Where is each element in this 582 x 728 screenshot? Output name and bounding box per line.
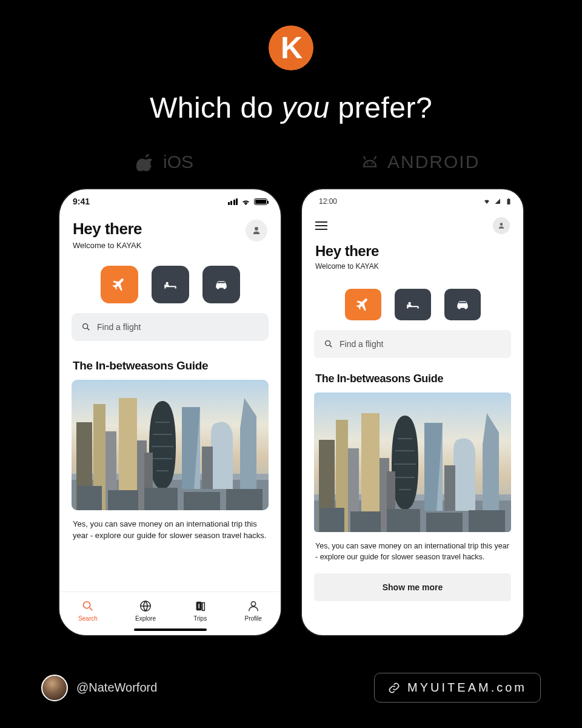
greeting-title: Hey there xyxy=(315,243,510,260)
site-link-text: MYUITEAM.com xyxy=(407,681,527,695)
author-handle[interactable]: @NateWorford xyxy=(41,675,157,701)
site-link[interactable]: MYUITEAM.com xyxy=(374,673,541,703)
car-icon xyxy=(455,297,470,312)
platform-ios-text: iOS xyxy=(163,152,193,172)
category-row xyxy=(302,289,523,320)
apple-icon xyxy=(136,153,155,171)
android-icon xyxy=(361,153,379,171)
category-flights[interactable] xyxy=(101,266,138,303)
svg-point-1 xyxy=(372,163,373,164)
battery-icon xyxy=(254,198,267,205)
svg-rect-21 xyxy=(202,603,205,611)
trips-icon xyxy=(193,599,207,613)
headline-post: prefer? xyxy=(330,92,432,124)
cellular-icon xyxy=(228,198,238,205)
svg-rect-17 xyxy=(226,489,263,510)
guide-hero-image[interactable] xyxy=(72,380,269,510)
android-clock: 12:00 xyxy=(319,197,337,206)
svg-rect-24 xyxy=(508,198,509,199)
menu-button[interactable] xyxy=(315,221,327,230)
tab-search[interactable]: Search xyxy=(78,599,98,622)
android-status-bar: 12:00 xyxy=(302,189,523,214)
bed-icon xyxy=(405,297,421,312)
profile-icon xyxy=(247,599,260,613)
car-icon xyxy=(213,277,229,292)
ios-status-bar: 9:41 xyxy=(59,189,281,214)
phone-android: 12:00 Hey there Welcome to KAYAK xyxy=(302,189,523,635)
svg-rect-36 xyxy=(320,508,344,532)
brand-logo: K xyxy=(269,25,313,70)
profile-avatar-button[interactable] xyxy=(246,220,267,241)
tab-trips-label: Trips xyxy=(193,615,207,622)
footer: @NateWorford MYUITEAM.com xyxy=(0,673,582,703)
svg-rect-12 xyxy=(144,453,153,489)
link-icon xyxy=(388,682,400,694)
android-app-header: Hey there Welcome to KAYAK xyxy=(302,214,523,273)
tab-profile[interactable]: Profile xyxy=(244,599,261,622)
ios-app-header: Hey there Welcome to KAYAK xyxy=(59,214,281,252)
home-indicator[interactable] xyxy=(134,629,207,631)
profile-avatar-button[interactable] xyxy=(493,217,510,234)
search-icon xyxy=(324,339,333,349)
svg-rect-15 xyxy=(144,488,178,510)
svg-point-25 xyxy=(326,341,330,346)
ios-tabbar: Search Explore Trips Profile xyxy=(59,592,281,635)
search-input[interactable]: Find a flight xyxy=(314,330,511,358)
svg-point-18 xyxy=(84,602,90,608)
user-icon xyxy=(497,221,506,230)
wifi-icon xyxy=(241,198,250,205)
svg-rect-39 xyxy=(426,513,463,532)
tab-profile-label: Profile xyxy=(244,615,261,622)
tab-explore[interactable]: Explore xyxy=(135,599,156,622)
ios-status-right xyxy=(228,198,268,205)
category-stays[interactable] xyxy=(152,266,189,303)
svg-rect-23 xyxy=(507,199,510,204)
platform-label-ios: iOS xyxy=(136,152,193,172)
svg-rect-40 xyxy=(469,510,505,532)
svg-rect-11 xyxy=(202,447,213,489)
ios-clock: 9:41 xyxy=(73,197,90,206)
category-cars[interactable] xyxy=(444,289,481,320)
guide-blurb: Yes, you can save money on an internatio… xyxy=(73,519,267,542)
bed-icon xyxy=(162,277,178,292)
search-icon xyxy=(81,322,91,332)
tab-trips[interactable]: Trips xyxy=(193,599,207,622)
user-icon xyxy=(251,225,262,236)
tab-explore-label: Explore xyxy=(135,615,156,622)
category-stays[interactable] xyxy=(395,289,431,320)
search-placeholder: Find a flight xyxy=(340,339,383,349)
author-avatar xyxy=(41,675,68,701)
show-more-button[interactable]: Show me more xyxy=(314,573,511,601)
battery-icon xyxy=(505,198,512,205)
guide-blurb: Yes, you can save money on an internatio… xyxy=(315,541,510,562)
guide-hero-image[interactable] xyxy=(314,393,511,532)
city-skyline-illustration xyxy=(72,380,269,510)
phone-ios: 9:41 Hey there Welcome to KAYAK xyxy=(59,189,281,635)
android-status-right xyxy=(483,198,512,205)
plane-icon xyxy=(112,277,127,292)
category-flights[interactable] xyxy=(345,289,381,320)
platform-label-android: ANDROID xyxy=(361,152,480,172)
svg-rect-37 xyxy=(350,511,381,532)
svg-point-22 xyxy=(251,602,255,606)
greeting-subtitle: Welcome to KAYAK xyxy=(73,241,142,250)
search-input[interactable]: Find a flight xyxy=(72,313,269,341)
category-cars[interactable] xyxy=(202,266,240,303)
svg-point-2 xyxy=(83,324,88,329)
svg-rect-34 xyxy=(444,465,455,511)
headline-em: you xyxy=(282,92,330,124)
globe-icon xyxy=(139,599,152,613)
greeting-title: Hey there xyxy=(73,220,142,238)
svg-rect-35 xyxy=(387,471,395,511)
wifi-icon xyxy=(483,198,490,205)
svg-rect-16 xyxy=(184,492,220,510)
guide-title: The In-betweasons Guide xyxy=(73,359,267,372)
svg-rect-13 xyxy=(78,486,102,510)
search-placeholder: Find a flight xyxy=(97,322,141,332)
category-row xyxy=(59,266,281,303)
svg-rect-14 xyxy=(108,490,138,510)
search-icon xyxy=(81,599,95,613)
cellular-icon xyxy=(494,198,501,205)
show-more-label: Show me more xyxy=(383,582,443,592)
svg-point-0 xyxy=(367,163,369,164)
